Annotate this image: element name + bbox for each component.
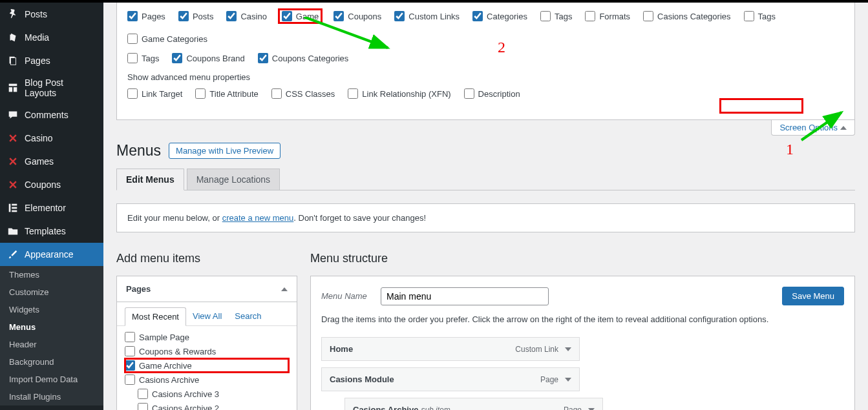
adv-prop-1[interactable]: Title Attribute bbox=[195, 88, 258, 99]
checkbox-input[interactable] bbox=[540, 11, 551, 21]
sidebar-label: Coupons bbox=[25, 179, 97, 190]
screen-opt-11[interactable]: Game Categories bbox=[127, 34, 207, 44]
tab-manage-locations[interactable]: Manage Locations bbox=[187, 169, 280, 190]
adv-prop-2[interactable]: CSS Classes bbox=[271, 88, 335, 99]
checkbox-input[interactable] bbox=[472, 11, 483, 21]
pages-panel-label: Pages bbox=[126, 284, 151, 294]
sidebar-item-templates[interactable]: Templates bbox=[0, 220, 103, 243]
checkbox-input[interactable] bbox=[127, 88, 138, 99]
screen-opt-0[interactable]: Pages bbox=[127, 10, 165, 22]
add-menu-items-column: Add menu items Pages Most Recent View Al… bbox=[116, 252, 297, 410]
page-item-0[interactable]: Sample Page bbox=[125, 330, 289, 344]
screen-opt-r2-0[interactable]: Tags bbox=[127, 53, 159, 63]
adv-prop-3[interactable]: Link Relationship (XFN) bbox=[348, 88, 450, 99]
pages-accordion-header[interactable]: Pages bbox=[117, 276, 297, 302]
page-item-5[interactable]: Casions Archive 2 bbox=[125, 401, 289, 410]
adv-prop-0[interactable]: Link Target bbox=[127, 88, 182, 99]
checkbox-input[interactable] bbox=[643, 11, 653, 21]
sidebar-item-pages[interactable]: Pages bbox=[0, 49, 103, 72]
checkbox-input[interactable] bbox=[195, 88, 206, 99]
tab-most-recent[interactable]: Most Recent bbox=[125, 307, 186, 326]
screen-opt-r2-1[interactable]: Coupons Brand bbox=[172, 53, 244, 63]
sidebar-item-elementor[interactable]: Elementor bbox=[0, 196, 103, 220]
page-checkbox[interactable] bbox=[125, 360, 135, 371]
screen-opt-10[interactable]: Tags bbox=[744, 10, 776, 22]
svg-rect-2 bbox=[9, 84, 17, 87]
checkbox-input[interactable] bbox=[394, 11, 405, 21]
checkbox-input[interactable] bbox=[282, 11, 292, 21]
pages-list[interactable]: Sample PageCoupons & RewardsGame Archive… bbox=[117, 326, 297, 410]
screen-opt-6[interactable]: Categories bbox=[472, 10, 527, 22]
menu-item-2[interactable]: Casions Archive sub itemPage bbox=[344, 398, 603, 410]
screen-opt-7[interactable]: Tags bbox=[540, 10, 572, 22]
screen-opt-5[interactable]: Custom Links bbox=[394, 10, 460, 22]
screen-opt-4[interactable]: Coupons bbox=[333, 10, 381, 22]
tab-search[interactable]: Search bbox=[228, 307, 268, 325]
sidebar-sub-themes[interactable]: Themes bbox=[0, 266, 103, 283]
screen-opt-r2-2[interactable]: Coupons Categories bbox=[258, 53, 349, 63]
menu-name-input[interactable] bbox=[381, 287, 549, 305]
x-icon bbox=[6, 155, 19, 168]
live-preview-button[interactable]: Manage with Live Preview bbox=[169, 143, 281, 159]
sidebar-sub-background[interactable]: Background bbox=[0, 353, 103, 371]
checkbox-input[interactable] bbox=[226, 11, 237, 21]
checkbox-input[interactable] bbox=[127, 53, 138, 63]
save-menu-button[interactable]: Save Menu bbox=[782, 287, 844, 305]
create-menu-link[interactable]: create a new menu bbox=[222, 213, 294, 223]
menu-structure-panel: Menu Name Save Menu Drag the items into … bbox=[310, 276, 855, 410]
screen-opt-8[interactable]: Formats bbox=[585, 10, 630, 22]
page-item-1[interactable]: Coupons & Rewards bbox=[125, 344, 289, 358]
sidebar-sub-widgets[interactable]: Widgets bbox=[0, 301, 103, 318]
sidebar-sub-header[interactable]: Header bbox=[0, 336, 103, 353]
screen-opt-1[interactable]: Posts bbox=[178, 10, 214, 22]
page-checkbox[interactable] bbox=[125, 374, 135, 385]
sidebar-sub-import-demo-data[interactable]: Import Demo Data bbox=[0, 371, 103, 388]
sidebar-item-posts[interactable]: Posts bbox=[0, 3, 103, 26]
page-checkbox[interactable] bbox=[138, 403, 148, 410]
caret-down-icon[interactable] bbox=[565, 347, 571, 351]
page-item-3[interactable]: Casions Archive bbox=[125, 373, 289, 387]
page-item-2[interactable]: Game Archive bbox=[125, 358, 289, 373]
checkbox-input[interactable] bbox=[172, 53, 182, 63]
sidebar-item-coupons[interactable]: Coupons bbox=[0, 173, 103, 196]
sidebar-item-appearance[interactable]: Appearance bbox=[0, 243, 103, 266]
page-checkbox[interactable] bbox=[125, 332, 135, 342]
menu-item-1[interactable]: Casions ModulePage bbox=[321, 367, 580, 391]
sidebar-sub-install-plugins[interactable]: Install Plugins bbox=[0, 388, 103, 405]
menu-item-0[interactable]: HomeCustom Link bbox=[321, 337, 580, 361]
checkbox-input[interactable] bbox=[585, 11, 595, 21]
page-item-4[interactable]: Casions Archive 3 bbox=[125, 387, 289, 401]
checkbox-input[interactable] bbox=[178, 11, 189, 21]
adv-prop-4[interactable]: Description bbox=[464, 88, 520, 99]
caret-down-icon[interactable] bbox=[588, 408, 595, 411]
screen-opt-9[interactable]: Casions Categories bbox=[643, 10, 730, 22]
sidebar-label: Pages bbox=[25, 56, 97, 66]
menu-tabs: Edit Menus Manage Locations bbox=[116, 169, 855, 190]
add-items-title: Add menu items bbox=[116, 252, 297, 265]
caret-down-icon[interactable] bbox=[565, 378, 571, 382]
sidebar-item-comments[interactable]: Comments bbox=[0, 103, 103, 127]
sidebar-item-casino[interactable]: Casino bbox=[0, 127, 103, 150]
tab-edit-menus[interactable]: Edit Menus bbox=[116, 169, 184, 190]
checkbox-input[interactable] bbox=[258, 53, 268, 63]
checkbox-input[interactable] bbox=[744, 11, 754, 21]
sidebar-sub-menus[interactable]: Menus bbox=[0, 318, 103, 336]
screen-options-tab[interactable]: Screen Options bbox=[771, 120, 855, 136]
tab-view-all[interactable]: View All bbox=[186, 307, 228, 325]
checkbox-input[interactable] bbox=[127, 34, 138, 44]
screen-opt-3[interactable]: Game bbox=[280, 10, 321, 22]
sidebar-item-games[interactable]: Games bbox=[0, 150, 103, 173]
checkbox-input[interactable] bbox=[464, 88, 474, 99]
page-checkbox[interactable] bbox=[138, 389, 148, 399]
menu-item-subtag: sub item bbox=[421, 405, 450, 411]
checkbox-input[interactable] bbox=[348, 88, 358, 99]
checkbox-label: Formats bbox=[599, 12, 630, 21]
sidebar-item-blog-layouts[interactable]: Blog Post Layouts bbox=[0, 72, 103, 103]
checkbox-input[interactable] bbox=[127, 11, 138, 21]
sidebar-sub-customize[interactable]: Customize bbox=[0, 283, 103, 301]
checkbox-input[interactable] bbox=[271, 88, 282, 99]
page-checkbox[interactable] bbox=[125, 346, 135, 356]
screen-opt-2[interactable]: Casino bbox=[226, 10, 266, 22]
checkbox-input[interactable] bbox=[333, 11, 344, 21]
sidebar-item-media[interactable]: Media bbox=[0, 26, 103, 49]
